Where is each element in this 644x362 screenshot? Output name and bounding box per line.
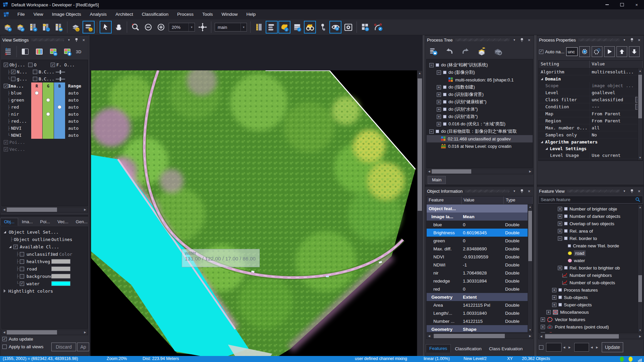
update-button[interactable]: Update bbox=[602, 342, 623, 352]
image-layer-row[interactable]: ├blueauto bbox=[2, 89, 88, 97]
chevron-down-icon[interactable]: ▼ bbox=[622, 38, 627, 43]
close-icon[interactable]: × bbox=[527, 38, 532, 43]
menu-item-process[interactable]: Process bbox=[173, 9, 198, 19]
3d-view-icon[interactable]: 3D bbox=[76, 49, 82, 54]
three-layer-rgb-icon[interactable] bbox=[33, 45, 45, 58]
close-icon[interactable]: × bbox=[81, 38, 86, 43]
maximize-button[interactable] bbox=[614, 0, 629, 9]
search-feature-input[interactable] bbox=[538, 196, 643, 203]
object-info-hscrollbar[interactable]: ◀▶ bbox=[426, 333, 533, 339]
edit-algorithm-icon[interactable]: + bbox=[579, 46, 590, 57]
channel-cell[interactable] bbox=[43, 118, 54, 125]
feature-tree-item[interactable]: +Process features bbox=[539, 286, 643, 294]
vertical-splitter[interactable] bbox=[534, 35, 537, 356]
feature-tree-item[interactable]: Create new 'Rel. borde bbox=[539, 242, 643, 249]
expander-plus-icon[interactable]: + bbox=[541, 317, 545, 322]
expander-minus-icon[interactable]: − bbox=[437, 70, 441, 75]
channel-cell[interactable] bbox=[54, 132, 65, 139]
process-property-row[interactable]: Level Settings bbox=[539, 145, 643, 152]
map-view-image[interactable]: water 131.00 / 122.00 / 17.00 / 86.00 ma… bbox=[91, 70, 417, 362]
zoom-in-icon[interactable] bbox=[155, 21, 167, 34]
feature-tree-item[interactable]: +Overlap of two objects bbox=[539, 220, 643, 227]
channel-cell[interactable] bbox=[54, 104, 65, 111]
process-tree-item[interactable]: −do (目标物提取：影像分割之“单株”提取 bbox=[427, 128, 533, 135]
tree-item-highlight-colors[interactable]: Hightlight colors bbox=[2, 287, 88, 295]
process-property-row[interactable]: RegionFrom Parent bbox=[539, 117, 643, 124]
area-zoom-icon[interactable] bbox=[129, 21, 142, 34]
process-tree-item[interactable]: 0.016 at New Level: copy creatin bbox=[427, 142, 533, 150]
process-tree-item[interactable]: +do (识别“健康植被”) bbox=[427, 98, 533, 106]
tab-ima[interactable]: Ima... bbox=[18, 218, 37, 226]
class-visibility-checkbox[interactable] bbox=[20, 267, 24, 271]
move-up-icon[interactable] bbox=[616, 46, 627, 57]
class-color-swatch[interactable] bbox=[51, 281, 70, 286]
process-property-row[interactable]: Algorithm parameters bbox=[539, 138, 643, 145]
expander-plus-icon[interactable]: + bbox=[558, 207, 562, 211]
process-tree-item[interactable]: −do (林业“枯树”识别系统) bbox=[427, 61, 533, 69]
viewport-vscrollbar[interactable]: ▲▼ bbox=[417, 70, 423, 362]
process-properties-vscrollbar[interactable]: ▲▼ bbox=[638, 68, 643, 161]
pin-icon[interactable] bbox=[74, 38, 79, 43]
object-info-vscrollbar[interactable]: ▲▼ bbox=[528, 204, 533, 333]
move-down-icon[interactable] bbox=[629, 46, 640, 57]
import-data-icon[interactable] bbox=[53, 21, 65, 34]
menu-item-analysis[interactable]: Analysis bbox=[86, 9, 111, 19]
object-info-row[interactable]: Area14122115 PxlDouble bbox=[427, 301, 533, 309]
feature-tree-item[interactable]: −Rel. border to bbox=[539, 235, 643, 242]
channel-cell[interactable] bbox=[31, 118, 43, 125]
channel-cell[interactable] bbox=[54, 89, 65, 97]
object-info-row[interactable]: red0Double bbox=[427, 285, 533, 293]
process-property-row[interactable]: Condition---.. bbox=[539, 103, 643, 110]
process-tree-item[interactable]: +0.016 do (优化1：“水域”类型) bbox=[427, 120, 533, 128]
image-layer-row[interactable]: ├NDVIauto bbox=[2, 125, 88, 132]
object-info-row[interactable]: blue0Double bbox=[427, 221, 533, 229]
process-property-row[interactable]: Algorithmmultiresoluti... bbox=[539, 68, 643, 75]
xy-status[interactable]: XY bbox=[507, 356, 513, 361]
class-item-healthveg[interactable]: ├healthveg bbox=[2, 258, 88, 265]
tab-obj[interactable]: Obj... bbox=[0, 218, 18, 226]
tree-item-object-level-settings[interactable]: Object Level Set... bbox=[2, 228, 88, 236]
feature-range-checkbox[interactable] bbox=[539, 345, 543, 350]
image-layer-row[interactable]: └NDWIauto bbox=[2, 132, 88, 139]
class-visibility-checkbox[interactable] bbox=[20, 259, 24, 264]
layer-visibility-checkbox[interactable] bbox=[11, 70, 15, 74]
close-button[interactable]: × bbox=[629, 0, 644, 9]
view-settings-hscrollbar[interactable]: ◀▶ bbox=[1, 207, 88, 213]
channel-cell[interactable] bbox=[43, 104, 54, 111]
edit-layer-mixing-icon[interactable]: +× bbox=[2, 45, 14, 58]
show-object-view-icon[interactable] bbox=[342, 21, 354, 34]
menu-item-help[interactable]: Help bbox=[242, 9, 260, 19]
expander-plus-icon[interactable]: + bbox=[437, 115, 441, 119]
process-tree-item[interactable]: −do (影像分割) bbox=[427, 69, 533, 76]
channel-cell[interactable] bbox=[43, 89, 54, 97]
increase-max-icon[interactable]: ▶ bbox=[594, 344, 600, 350]
tree-item-object-outline[interactable]: ├Object outlineOutlines bbox=[2, 236, 88, 243]
menu-item-tools[interactable]: Tools bbox=[198, 9, 217, 19]
save-view-layers-icon[interactable]: ◎ bbox=[70, 21, 82, 34]
expander-plus-icon[interactable]: + bbox=[437, 122, 441, 126]
minimize-button[interactable] bbox=[600, 0, 614, 9]
class-item-water[interactable]: └water bbox=[2, 280, 88, 287]
class-visibility-checkbox[interactable] bbox=[20, 252, 24, 256]
transparency-slider[interactable] bbox=[55, 70, 65, 74]
select-cursor-icon[interactable] bbox=[100, 21, 112, 34]
assign-template-icon[interactable]: ↔ bbox=[40, 21, 52, 34]
channel-cell[interactable] bbox=[43, 111, 54, 118]
layer-visibility-checkbox[interactable] bbox=[4, 140, 8, 144]
apply-all-views-checkbox[interactable] bbox=[2, 345, 7, 349]
chevron-down-icon[interactable]: ▼ bbox=[66, 38, 71, 43]
feature-tree-item[interactable]: +Sub-objects bbox=[539, 294, 643, 301]
show-classification-icon[interactable]: i bbox=[278, 21, 290, 34]
redo-icon[interactable] bbox=[460, 45, 472, 58]
expander-plus-icon[interactable]: + bbox=[558, 222, 562, 226]
apply-button[interactable]: Ap bbox=[77, 343, 89, 351]
expander-plus-icon[interactable]: + bbox=[552, 295, 556, 300]
close-icon[interactable]: × bbox=[637, 189, 642, 194]
collapse-processes-icon[interactable] bbox=[492, 45, 504, 58]
zoom-out-icon[interactable] bbox=[142, 21, 154, 34]
process-tree-item[interactable]: +do (识别“道路”) bbox=[427, 113, 533, 120]
single-layer-grayscale-icon[interactable] bbox=[19, 45, 31, 58]
view-settings-toggle-icon[interactable]: ◎ bbox=[83, 21, 95, 34]
object-info-row[interactable]: NDVI-0.93109559Double bbox=[427, 253, 533, 261]
next-layer-icon[interactable] bbox=[61, 45, 73, 58]
